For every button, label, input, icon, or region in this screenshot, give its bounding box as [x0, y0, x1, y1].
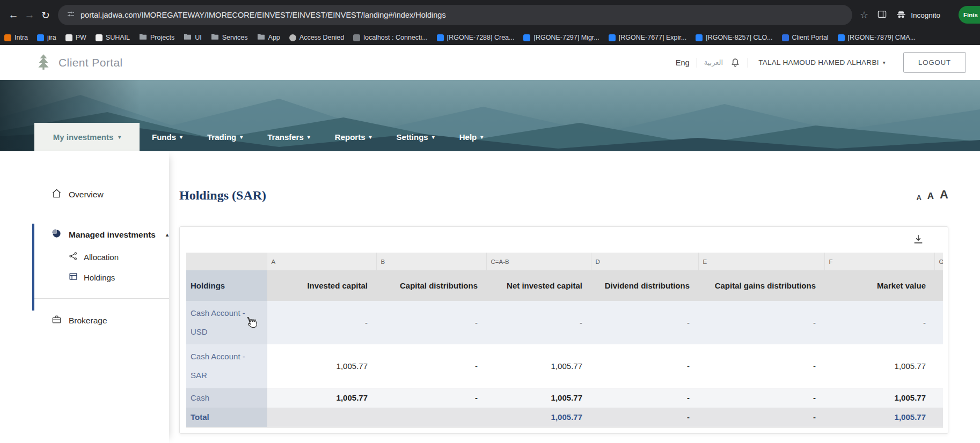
main-content: Holdings (SAR) A A A: [169, 151, 980, 443]
favicon: [37, 34, 44, 41]
table-row: Cash Account - USD - - - - - -: [186, 301, 943, 344]
chevron-down-icon: ▾: [883, 60, 886, 65]
nav-label: Help: [459, 132, 477, 142]
logout-button[interactable]: LOGOUT: [903, 52, 966, 73]
bookmark[interactable]: [RGONE-7297] Migr...: [523, 34, 599, 41]
column-header: Holdings: [186, 270, 267, 301]
nav-item-settings[interactable]: Settings▾: [384, 123, 447, 151]
bookmark[interactable]: Access Denied: [289, 34, 344, 41]
toolbar-right: ☆ Incognito: [860, 9, 940, 21]
chevron-down-icon: ▾: [240, 134, 243, 140]
cell: -: [591, 408, 698, 427]
sidebar-item-label: Overview: [69, 190, 104, 200]
peek-tab[interactable]: Finis: [959, 6, 980, 24]
row-label-link[interactable]: Cash Account - SAR: [186, 344, 267, 388]
folder-icon: [211, 33, 219, 42]
pie-chart-icon: [52, 228, 62, 241]
chevron-down-icon: ▾: [308, 134, 310, 140]
table-row: Cash 1,005.77 - 1,005.77 - - 1,005.77: [186, 388, 943, 408]
bookmark-label: Intra: [14, 34, 28, 41]
bookmark-folder[interactable]: Services: [211, 33, 248, 42]
bookmark-label: Access Denied: [299, 34, 344, 41]
bookmark[interactable]: [RGONE-7677] Expir...: [609, 34, 686, 41]
bookmark-label: [RGONE-8257] CLO...: [706, 34, 772, 41]
bookmark-folder[interactable]: Projects: [139, 33, 174, 42]
nav-item-my-investments[interactable]: My investments ▾: [34, 123, 140, 151]
sidebar: Overview Managed investments ▴ Allocatio…: [0, 151, 169, 443]
favicon: [289, 34, 296, 41]
language-arabic[interactable]: العربية: [704, 58, 723, 67]
title-row: Holdings (SAR) A A A: [179, 188, 948, 203]
bookmark[interactable]: Client Portal: [782, 34, 829, 41]
language-english[interactable]: Eng: [676, 58, 690, 67]
sidebar-item-label: Managed investments: [69, 230, 156, 240]
active-indicator: [32, 224, 34, 311]
notifications-bell-icon[interactable]: [730, 56, 741, 69]
font-size-small-button[interactable]: A: [916, 194, 921, 202]
divider: [697, 58, 697, 68]
nav-item-reports[interactable]: Reports▾: [323, 123, 384, 151]
cell: 1,005.77: [486, 408, 591, 427]
download-icon[interactable]: [912, 233, 924, 247]
bookmark[interactable]: [RGONE-8257] CLO...: [696, 34, 772, 41]
nav-item-help[interactable]: Help▾: [447, 123, 496, 151]
cell: -: [591, 301, 698, 344]
reload-button[interactable]: ↻: [38, 9, 54, 21]
sidebar-item-managed-investments[interactable]: Managed investments ▴: [0, 223, 169, 247]
bookmark-label: [RGONE-7288] Crea...: [447, 34, 515, 41]
holdings-table-icon: [69, 272, 78, 283]
chevron-down-icon: ▾: [480, 134, 483, 140]
chevron-up-icon: ▴: [166, 232, 169, 238]
sidebar-item-holdings[interactable]: Holdings: [0, 267, 169, 287]
bookmark-folder[interactable]: App: [257, 33, 280, 42]
bookmark[interactable]: PW: [65, 34, 86, 41]
favicon: [4, 34, 11, 41]
bookmark[interactable]: jira: [37, 34, 56, 41]
bookmark[interactable]: [RGONE-7879] CMA...: [838, 34, 916, 41]
letter-cell: F: [824, 253, 934, 270]
folder-icon: [184, 33, 192, 42]
row-label-link[interactable]: Total: [186, 408, 267, 427]
allocation-icon: [69, 252, 78, 262]
bookmark[interactable]: [RGONE-7288] Crea...: [437, 34, 515, 41]
sidebar-item-overview[interactable]: Overview: [0, 182, 169, 206]
address-bar[interactable]: portal.jadwa.com/IMOREGATEWAY/IMORECORE/…: [58, 5, 852, 25]
briefcase-icon: [52, 314, 62, 327]
bookmark[interactable]: localhost : Connecti...: [353, 34, 428, 41]
nav-label: Transfers: [267, 132, 304, 142]
nav-label: Funds: [152, 132, 176, 142]
bookmark-star-icon[interactable]: ☆: [860, 9, 868, 21]
forward-button[interactable]: →: [21, 9, 38, 21]
cell: -: [591, 344, 698, 388]
column-header: Net invested capital: [486, 270, 591, 301]
letter-cell: A: [267, 253, 376, 270]
bookmark[interactable]: SUHAIL: [96, 34, 130, 41]
table-row-total: Total 1,005.77 - - 1,005.77: [186, 408, 943, 427]
cell: 1,005.77: [267, 344, 376, 388]
letter-cell: E: [698, 253, 824, 270]
row-label-link[interactable]: Cash: [186, 388, 267, 408]
font-size-medium-button[interactable]: A: [927, 191, 934, 202]
primary-nav: My investments ▾ Funds▾ Trading▾ Transfe…: [34, 123, 495, 151]
cell: -: [698, 301, 824, 344]
font-size-large-button[interactable]: A: [940, 188, 948, 202]
nav-item-funds[interactable]: Funds▾: [140, 123, 195, 151]
cell: -: [824, 301, 934, 344]
page-title: Holdings (SAR): [179, 188, 266, 203]
site-controls-icon[interactable]: [67, 10, 75, 20]
holdings-table-wrapper: A B C=A-B D E F G= Holdings Invested cap…: [186, 253, 943, 427]
user-menu[interactable]: TALAL HAMOUD HAMED ALHARBI ▾: [758, 58, 886, 67]
bookmark-folder[interactable]: UI: [184, 33, 202, 42]
letter-cell: D: [591, 253, 698, 270]
back-button[interactable]: ←: [5, 9, 21, 21]
nav-item-transfers[interactable]: Transfers▾: [255, 123, 323, 151]
chevron-down-icon: ▾: [432, 134, 435, 140]
sidebar-item-brokerage[interactable]: Brokerage: [0, 308, 169, 333]
nav-item-trading[interactable]: Trading▾: [195, 123, 255, 151]
hero-banner: My investments ▾ Funds▾ Trading▾ Transfe…: [0, 80, 980, 151]
side-panel-icon[interactable]: [877, 9, 887, 21]
sidebar-item-allocation[interactable]: Allocation: [0, 247, 169, 267]
nav-label: Trading: [207, 132, 236, 142]
bookmark[interactable]: Intra: [4, 34, 28, 41]
bookmark-label: [RGONE-7879] CMA...: [848, 34, 916, 41]
